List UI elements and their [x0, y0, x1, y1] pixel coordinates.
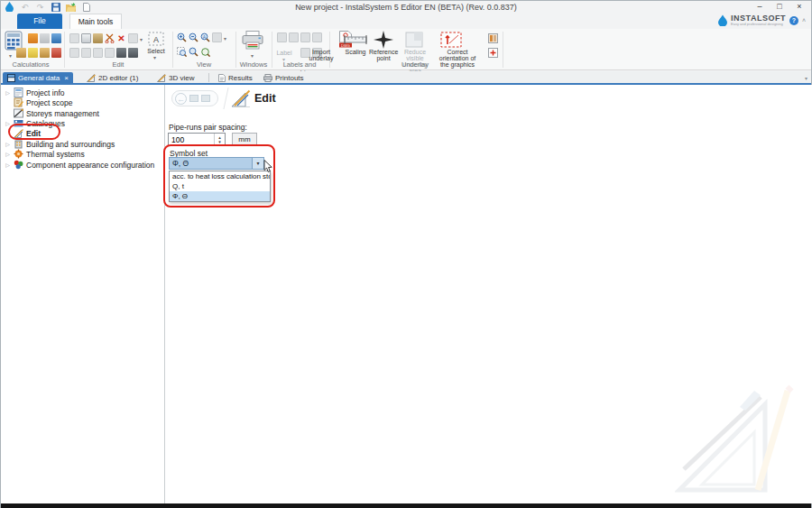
document-tab-strip: General data × 2D editor (1) 3D view Res…	[1, 71, 811, 85]
zoom-extents-icon[interactable]	[189, 47, 198, 57]
combobox-dropdown-icon[interactable]: ▾	[252, 158, 263, 169]
tree-item-thermal-systems[interactable]: ▷ Thermal systems	[1, 149, 163, 159]
symbol-set-dropdown-list: acc. to heat loss calculation std. Q, t …	[169, 171, 271, 202]
page-title-icon	[231, 89, 251, 107]
underlay-add-icon[interactable]	[488, 48, 498, 58]
tree-item-component-appearance[interactable]: ▷ Component appearance configuration	[1, 160, 163, 170]
select-dropdown-icon[interactable]: ▾	[153, 54, 156, 60]
calc-refresh-icon[interactable]	[51, 33, 61, 43]
mouse-cursor	[263, 160, 273, 173]
calc-report-icon[interactable]	[40, 48, 50, 58]
group-label-windows: Windows	[235, 60, 272, 69]
3d-view-icon	[157, 74, 166, 82]
tab-main-tools[interactable]: Main tools	[69, 14, 122, 29]
calculations-dropdown-icon[interactable]: ▾	[9, 52, 12, 59]
svg-text:A: A	[153, 35, 159, 44]
print-windows-button[interactable]	[242, 31, 263, 50]
tab-2d-editor[interactable]: 2D editor (1)	[82, 72, 143, 83]
unit-button[interactable]: mm	[232, 133, 257, 146]
copy-icon[interactable]	[81, 33, 91, 43]
align-horizontal-icon	[105, 48, 115, 58]
storeys-management-icon	[14, 108, 23, 118]
stepper-down-icon[interactable]: ▾	[218, 140, 221, 144]
viewport-icon	[212, 32, 222, 42]
expand-icon[interactable]: ▷	[5, 89, 11, 96]
app-window: ↶ ↷ New project - InstalSystem 5 Editor …	[0, 0, 812, 508]
rotate-icon[interactable]	[116, 48, 126, 58]
group-label-edit: Edit	[68, 60, 169, 69]
underlay-panel-icon[interactable]	[488, 33, 498, 43]
tree-item-project-info[interactable]: ▷ Project info	[1, 88, 163, 97]
import-underlay-label[interactable]: Import underlay	[304, 49, 338, 61]
paste-icon[interactable]	[93, 33, 103, 43]
maximize-button[interactable]: □	[770, 1, 789, 13]
tab-printouts[interactable]: Printouts	[259, 72, 309, 83]
transform-icon	[128, 33, 138, 43]
zoom-page-icon[interactable]: A	[200, 32, 210, 42]
select-button-label[interactable]: Select	[143, 48, 169, 54]
zoom-out-icon[interactable]	[189, 32, 198, 42]
tab-results[interactable]: Results	[214, 72, 257, 83]
printouts-icon	[263, 74, 272, 82]
pan-view-icon[interactable]	[200, 47, 210, 57]
delete-icon[interactable]: ✕	[116, 33, 126, 43]
expand-icon[interactable]: ▷	[5, 151, 11, 157]
results-icon	[218, 74, 226, 82]
thermal-systems-icon	[14, 149, 23, 159]
calc-sheet-icon[interactable]	[40, 33, 50, 43]
ribbon: ▾ Calculations ✕ ▾ A Select ▾ Edit	[1, 29, 811, 70]
calc-users-icon[interactable]	[16, 48, 26, 58]
reference-point-label[interactable]: Reference point	[369, 49, 398, 61]
expand-icon[interactable]: ▷	[5, 162, 11, 168]
calc-results-icon[interactable]	[51, 48, 61, 58]
dropdown-option[interactable]: Q, t	[170, 181, 270, 191]
zoom-selection-icon[interactable]	[177, 47, 187, 57]
tree-item-project-scope[interactable]: Project scope	[1, 97, 163, 107]
align-vertical-icon	[93, 48, 103, 58]
collapse-ribbon-icon[interactable]: ˄	[802, 17, 806, 23]
scaling-button[interactable]	[344, 34, 367, 45]
label-button: Label	[273, 50, 295, 56]
tab-3d-view[interactable]: 3D view	[152, 72, 198, 83]
close-tab-icon[interactable]: ×	[64, 74, 69, 82]
content-area: ▷ Project info Project scope Storeys man…	[1, 85, 812, 503]
symbol-set-combobox[interactable]: Φ, Θ ▾	[169, 157, 264, 170]
brand-area: INSTALSOFT Easy and professional designi…	[718, 14, 806, 26]
reference-point-button[interactable]	[374, 31, 393, 49]
navigation-tree: ▷ Project info Project scope Storeys man…	[1, 85, 165, 503]
windows-dropdown-icon[interactable]: ▾	[251, 52, 254, 59]
edit-more-dropdown-icon[interactable]: ▾	[140, 36, 143, 42]
tab-general-data[interactable]: General data ×	[3, 72, 73, 83]
close-button[interactable]: ×	[789, 1, 809, 13]
calc-table-icon[interactable]	[28, 33, 38, 43]
minimize-button[interactable]: –	[750, 1, 770, 13]
tree-item-building-surroundings[interactable]: ▷ Building and surroundings	[1, 139, 163, 149]
brand-name: INSTALSOFT	[731, 14, 786, 22]
history-pin-icon	[201, 95, 210, 102]
calc-options-icon[interactable]	[28, 48, 38, 58]
view-more-dropdown-icon[interactable]: ▾	[224, 35, 226, 42]
expand-icon[interactable]: ▷	[5, 141, 11, 147]
crop-region-icon[interactable]	[128, 48, 138, 58]
select-button[interactable]: A	[148, 32, 164, 46]
zoom-in-icon[interactable]	[177, 32, 187, 42]
back-icon: ←	[175, 93, 187, 105]
help-icon[interactable]: ?	[789, 16, 798, 25]
general-data-icon	[7, 74, 15, 82]
instalsystem-watermark	[675, 383, 797, 496]
dropdown-option[interactable]: acc. to heat loss calculation std.	[170, 171, 270, 181]
tab-file[interactable]: File	[17, 14, 62, 29]
correct-orientation-button[interactable]	[440, 32, 462, 48]
project-info-icon	[14, 88, 23, 97]
scaling-label[interactable]: Scaling	[342, 49, 369, 55]
cut-icon[interactable]	[105, 33, 115, 43]
tree-item-storeys-management[interactable]: Storeys management	[1, 108, 163, 118]
annotation-circle-edit	[8, 124, 60, 140]
brand-tagline: Easy and professional designing	[731, 22, 786, 26]
combobox-value: Φ, Θ	[170, 159, 252, 168]
project-scope-icon	[14, 97, 23, 107]
pipe-spacing-stepper[interactable]: ▴ ▾	[214, 134, 225, 145]
tab-overflow-icon[interactable]: ▾	[805, 75, 807, 81]
undo-edit-icon	[69, 33, 79, 43]
dropdown-option-selected[interactable]: Φ, Θ	[170, 191, 270, 201]
